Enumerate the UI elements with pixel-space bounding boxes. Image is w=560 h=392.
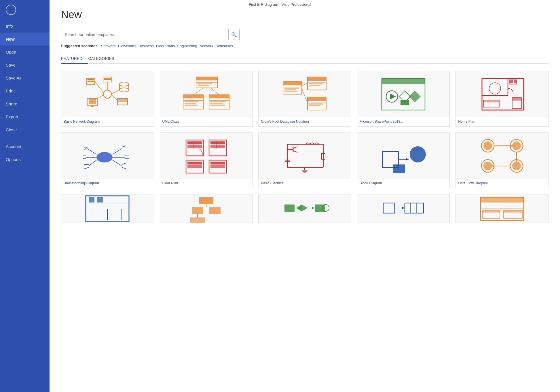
template-r3-4-thumb — [357, 194, 450, 223]
template-basic-electrical-label: Basic Electrical — [259, 179, 351, 188]
main-content: First E-R diagram - Visio Professional N… — [50, 0, 560, 392]
template-r3-3-thumb — [259, 194, 351, 223]
svg-rect-36 — [210, 103, 223, 104]
template-crows-foot-label: Crow's Foot Database Notation — [259, 117, 351, 126]
sidebar-item-info[interactable]: Info — [0, 20, 50, 33]
svg-line-92 — [113, 160, 122, 166]
svg-line-117 — [293, 147, 297, 148]
svg-point-19 — [119, 88, 129, 92]
svg-marker-167 — [312, 207, 315, 209]
template-uml-class-thumb — [160, 71, 253, 117]
svg-line-20 — [112, 90, 119, 94]
svg-rect-106 — [187, 162, 202, 164]
template-r3-5[interactable] — [455, 194, 548, 223]
template-block-diagram-label: Block Diagram — [357, 179, 450, 188]
svg-point-16 — [119, 82, 129, 86]
template-r3-1[interactable] — [61, 194, 154, 223]
page-title: New — [61, 9, 548, 21]
template-r3-4[interactable] — [357, 194, 450, 223]
template-r3-3[interactable] — [258, 194, 351, 223]
suggested-floor-plans[interactable]: Floor Plans — [156, 44, 175, 48]
template-r3-2[interactable] — [160, 194, 253, 223]
template-home-plan-label: Home Plan — [456, 117, 548, 126]
svg-rect-72 — [512, 98, 521, 101]
svg-line-39 — [210, 88, 219, 95]
template-floor-plan[interactable]: Floor Plan — [160, 132, 253, 188]
template-uml-class-label: UML Class — [160, 117, 253, 126]
suggested-software[interactable]: Software — [101, 44, 116, 48]
sidebar: ← Info New Open Save Save As Print Share… — [0, 0, 50, 392]
svg-rect-177 — [481, 197, 524, 202]
template-floor-plan-thumb — [160, 133, 253, 179]
svg-rect-22 — [196, 77, 218, 80]
sidebar-item-save-as[interactable]: Save As — [0, 71, 50, 84]
svg-rect-27 — [183, 95, 203, 98]
svg-marker-61 — [390, 94, 396, 99]
tab-featured[interactable]: FEATURED — [61, 54, 88, 64]
template-home-plan[interactable]: Home Plan — [455, 71, 548, 127]
svg-line-57 — [302, 88, 307, 103]
template-basic-network-label: Basic Network Diagram — [61, 117, 154, 126]
svg-point-73 — [489, 83, 501, 94]
suggested-flowcharts[interactable]: Flowcharts — [118, 44, 136, 48]
template-block-diagram[interactable]: Block Diagram — [357, 132, 450, 188]
svg-point-133 — [410, 146, 426, 162]
svg-line-12 — [94, 95, 104, 100]
sidebar-item-save[interactable]: Save — [0, 58, 50, 71]
svg-line-83 — [89, 160, 96, 166]
suggested-schedules[interactable]: Schedules — [216, 44, 233, 48]
back-circle-icon[interactable]: ← — [6, 5, 16, 15]
template-uml-class[interactable]: UML Class — [160, 71, 253, 127]
sidebar-item-new[interactable]: New — [0, 33, 50, 46]
template-home-plan-thumb — [456, 71, 548, 117]
template-r3-2-thumb — [160, 194, 253, 223]
template-basic-electrical[interactable]: Basic Electrical — [258, 132, 351, 188]
template-data-flow[interactable]: Data Flow Diagram — [455, 132, 548, 188]
svg-rect-29 — [185, 101, 199, 102]
template-basic-electrical-thumb — [259, 133, 351, 179]
svg-rect-11 — [91, 106, 94, 107]
svg-rect-30 — [185, 103, 196, 104]
template-crows-foot[interactable]: Crow's Foot Database Notation — [258, 71, 351, 127]
svg-line-86 — [113, 149, 122, 154]
sidebar-item-options[interactable]: Options — [0, 153, 50, 166]
sidebar-item-open[interactable]: Open — [0, 46, 50, 58]
svg-rect-54 — [309, 103, 323, 105]
template-brainstorming[interactable]: Brainstorming Diagram — [61, 132, 154, 188]
sidebar-item-print[interactable]: Print — [0, 84, 50, 97]
sidebar-item-export[interactable]: Export — [0, 110, 50, 123]
svg-rect-173 — [405, 203, 424, 213]
svg-point-136 — [483, 141, 492, 150]
svg-rect-101 — [210, 141, 225, 144]
svg-rect-49 — [309, 83, 323, 84]
svg-rect-10 — [89, 99, 96, 104]
svg-rect-24 — [198, 83, 212, 84]
svg-rect-14 — [118, 99, 127, 102]
search-input[interactable] — [61, 30, 228, 39]
svg-line-87 — [122, 146, 126, 147]
svg-rect-2 — [88, 81, 94, 82]
svg-rect-37 — [210, 105, 225, 106]
search-button[interactable]: 🔍 — [228, 29, 239, 40]
sidebar-item-share[interactable]: Share — [0, 97, 50, 110]
template-floor-plan-label: Floor Plan — [160, 179, 253, 188]
svg-point-138 — [512, 141, 521, 150]
svg-rect-109 — [210, 162, 225, 164]
sidebar-item-account[interactable]: Account — [0, 140, 50, 153]
sidebar-item-close[interactable]: Close — [0, 123, 50, 136]
svg-rect-107 — [187, 165, 202, 168]
svg-rect-35 — [210, 101, 226, 102]
svg-rect-102 — [210, 145, 225, 148]
suggested-business[interactable]: Business — [138, 44, 154, 48]
suggested-network[interactable]: Network — [200, 44, 213, 48]
svg-rect-55 — [309, 105, 320, 106]
template-basic-network[interactable]: Basic Network Diagram — [61, 71, 154, 127]
tab-categories[interactable]: CATEGORIES — [88, 54, 120, 64]
svg-line-94 — [122, 167, 126, 169]
suggested-engineering[interactable]: Engineering — [177, 44, 197, 48]
window-title: First E-R diagram - Visio Professional — [249, 2, 311, 7]
back-button[interactable]: ← — [0, 0, 50, 20]
template-brainstorming-thumb — [61, 133, 154, 179]
svg-rect-75 — [483, 100, 499, 102]
template-sharepoint[interactable]: Microsoft SharePoint 2013... — [357, 71, 450, 127]
